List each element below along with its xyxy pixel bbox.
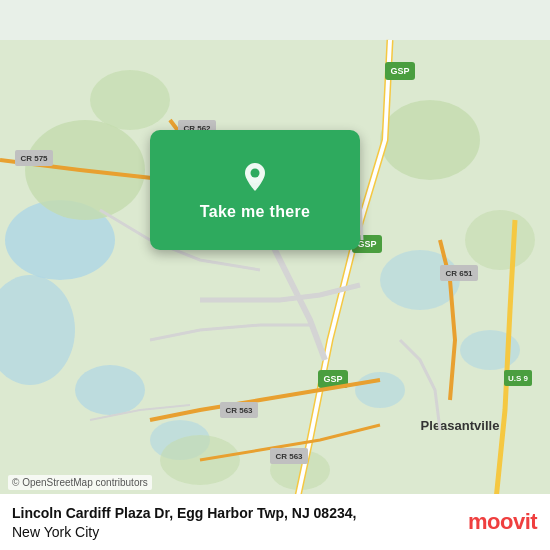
moovit-badge: moovit xyxy=(468,507,538,540)
location-pin-icon xyxy=(237,159,273,195)
svg-text:GSP: GSP xyxy=(323,374,342,384)
osm-attribution: © OpenStreetMap contributors xyxy=(8,475,152,490)
address-line: Lincoln Cardiff Plaza Dr, Egg Harbor Twp… xyxy=(12,504,538,524)
bottom-bar: Lincoln Cardiff Plaza Dr, Egg Harbor Twp… xyxy=(0,494,550,550)
svg-point-3 xyxy=(75,365,145,415)
take-me-there-label: Take me there xyxy=(200,203,310,221)
svg-text:CR 651: CR 651 xyxy=(445,269,473,278)
moovit-logo: moovit xyxy=(468,507,538,540)
action-card[interactable]: Take me there xyxy=(150,130,360,250)
svg-point-13 xyxy=(90,70,170,130)
svg-text:GSP: GSP xyxy=(390,66,409,76)
svg-text:U.S 9: U.S 9 xyxy=(508,374,529,383)
svg-point-9 xyxy=(380,100,480,180)
map-container: GSP GSP GSP U.S 9 CR 575 CR 562 CR 651 C… xyxy=(0,0,550,550)
svg-point-6 xyxy=(355,372,405,408)
svg-text:CR 563: CR 563 xyxy=(225,406,253,415)
svg-text:CR 563: CR 563 xyxy=(275,452,303,461)
svg-text:moovit: moovit xyxy=(468,509,538,534)
map-svg: GSP GSP GSP U.S 9 CR 575 CR 562 CR 651 C… xyxy=(0,0,550,550)
svg-text:GSP: GSP xyxy=(357,239,376,249)
svg-text:CR 575: CR 575 xyxy=(20,154,48,163)
svg-text:Pleasantville: Pleasantville xyxy=(421,418,500,433)
city-line: New York City xyxy=(12,524,538,540)
svg-point-34 xyxy=(251,169,260,178)
svg-point-10 xyxy=(465,210,535,270)
